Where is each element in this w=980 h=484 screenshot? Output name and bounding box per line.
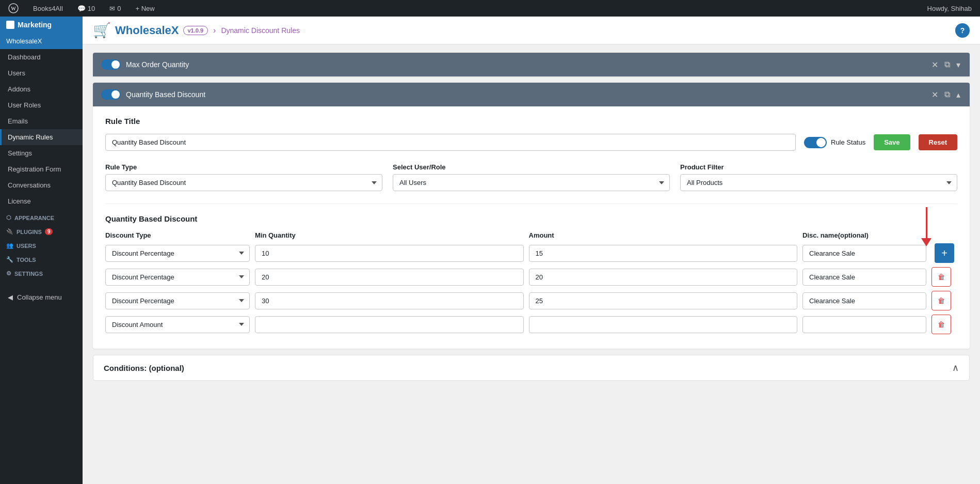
sidebar-item-registration-form[interactable]: Registration Form [0, 161, 83, 177]
wp-logo-icon: W [8, 3, 19, 13]
amount-input-1[interactable] [529, 245, 798, 262]
sidebar-item-user-roles[interactable]: User Roles [0, 97, 83, 113]
collapse-menu-item[interactable]: ◀ Collapse menu [0, 289, 83, 305]
max-order-title: Max Order Quantity [126, 60, 925, 69]
breadcrumb-link[interactable]: Dynamic Discount Rules [221, 26, 300, 35]
page-header: 🛒 WholesaleX v1.0.9 › Dynamic Discount R… [83, 17, 980, 44]
discount-section: Quantity Based Discount Discount Type Mi… [105, 204, 957, 334]
messages-item[interactable]: ✉ 0 [105, 0, 125, 17]
sidebar-item-dynamic-rules[interactable]: Dynamic Rules [0, 129, 83, 145]
sidebar: Marketing WholesaleX Dashboard Users Add… [0, 17, 83, 484]
discount-section-title: Quantity Based Discount [105, 214, 957, 223]
sidebar-item-addons[interactable]: Addons [0, 81, 83, 97]
collapse-arrow-icon: ◀ [8, 293, 13, 301]
messages-count: 0 [117, 5, 121, 12]
user-greeting[interactable]: Howdy, Shihab [923, 0, 976, 17]
version-badge: v1.0.9 [183, 26, 208, 35]
addons-label: Addons [8, 85, 30, 93]
quantity-delete-icon[interactable]: ✕ [930, 89, 939, 101]
user-role-select[interactable]: All Users Wholesale Customer [393, 174, 670, 191]
logo-text-main: Wholesale [115, 24, 171, 37]
quantity-discount-block: Quantity Based Discount ✕ ⧉ ▴ Rule Title… [93, 83, 970, 349]
message-icon: ✉ [109, 5, 115, 12]
add-row-button[interactable]: + [935, 243, 954, 263]
discount-headers: Discount Type Min Quantity Amount Disc. … [105, 231, 957, 239]
sidebar-item-settings[interactable]: Settings [0, 145, 83, 161]
discount-row-2: Discount Percentage Discount Amount 🗑 [105, 267, 957, 287]
max-order-toggle[interactable] [101, 59, 121, 70]
disc-name-input-1[interactable] [802, 245, 926, 262]
quantity-copy-icon[interactable]: ⧉ [943, 89, 951, 100]
arrow-head [921, 238, 931, 246]
site-name: Books4All [33, 5, 63, 12]
rule-status-toggle[interactable] [804, 137, 827, 148]
users-label: Users [8, 69, 25, 77]
rule-type-select[interactable]: Quantity Based Discount Simple Discount [105, 174, 382, 191]
disc-name-input-3[interactable] [802, 292, 926, 309]
brand-icon [6, 21, 14, 29]
sidebar-brand[interactable]: Marketing [0, 17, 83, 33]
product-filter-select[interactable]: All Products Specific Products [680, 174, 957, 191]
save-button[interactable]: Save [874, 134, 910, 150]
delete-row-button-2[interactable]: 🗑 [931, 267, 951, 287]
min-qty-input-2[interactable] [255, 269, 524, 286]
disc-name-input-2[interactable] [802, 269, 926, 286]
max-order-quantity-block: Max Order Quantity ✕ ⧉ ▾ [93, 53, 970, 76]
sidebar-item-license[interactable]: License [0, 193, 83, 209]
discount-type-select-4[interactable]: Discount Amount Discount Percentage [105, 316, 250, 333]
wp-logo-item[interactable]: W [4, 0, 23, 17]
quantity-discount-header-title: Quantity Based Discount [126, 90, 925, 99]
sidebar-item-conversations[interactable]: Conversations [0, 177, 83, 193]
user-role-label: Select User/Role [393, 163, 670, 171]
rule-title-section-label: Rule Title [105, 117, 957, 126]
discount-type-select-1[interactable]: Discount Percentage Discount Amount [105, 245, 250, 262]
emails-label: Emails [8, 117, 28, 125]
disc-name-input-4[interactable] [802, 316, 926, 333]
max-order-collapse-icon[interactable]: ▾ [955, 59, 961, 71]
rule-title-row: Rule Status Save Reset [105, 134, 957, 151]
dashboard-label: Dashboard [8, 53, 41, 61]
discount-type-select-3[interactable]: Discount Percentage Discount Amount [105, 292, 250, 309]
help-button[interactable]: ? [955, 23, 970, 38]
conversations-label: Conversations [8, 181, 51, 189]
appearance-section[interactable]: ⬡ Appearance [0, 209, 83, 223]
amount-input-2[interactable] [529, 269, 798, 286]
new-item[interactable]: + New [132, 0, 159, 17]
discount-name-header: Disc. name(optional) [802, 231, 926, 239]
max-order-copy-icon[interactable]: ⧉ [943, 59, 951, 70]
logo-text-accent: X [171, 24, 179, 37]
content-area: Max Order Quantity ✕ ⧉ ▾ Quantity Based … [83, 44, 980, 389]
sidebar-item-wholesalex[interactable]: WholesaleX [0, 33, 83, 49]
sidebar-item-users[interactable]: Users [0, 65, 83, 81]
min-qty-input-3[interactable] [255, 292, 524, 309]
discount-type-select-2[interactable]: Discount Percentage Discount Amount [105, 269, 250, 286]
discount-type-header: Discount Type [105, 231, 250, 239]
settings-wp-section[interactable]: ⚙ Settings [0, 265, 83, 279]
quantity-discount-toggle[interactable] [101, 89, 121, 100]
quantity-discount-body: Rule Title Rule Status Save Reset Rule T… [93, 106, 970, 349]
amount-input-4[interactable] [529, 316, 798, 333]
settings-label: Settings [8, 149, 32, 157]
comment-icon: 💬 [77, 5, 86, 12]
plugins-section[interactable]: 🔌 Plugins 9 [0, 223, 83, 237]
delete-row-button-4[interactable]: 🗑 [931, 315, 951, 334]
sidebar-item-emails[interactable]: Emails [0, 113, 83, 129]
rule-title-input[interactable] [105, 134, 796, 151]
rule-status-label: Rule Status [831, 138, 865, 146]
max-order-delete-icon[interactable]: ✕ [930, 59, 939, 71]
tools-section[interactable]: 🔧 Tools [0, 251, 83, 265]
min-qty-input-4[interactable] [255, 316, 524, 333]
reset-button[interactable]: Reset [919, 134, 957, 150]
delete-row-button-3[interactable]: 🗑 [931, 291, 951, 310]
logo-icon: 🛒 [93, 22, 111, 39]
sidebar-item-dashboard[interactable]: Dashboard [0, 49, 83, 65]
users-wp-section[interactable]: 👥 Users [0, 237, 83, 251]
site-name-item[interactable]: Books4All [29, 0, 67, 17]
comments-item[interactable]: 💬 10 [73, 0, 99, 17]
amount-input-3[interactable] [529, 292, 798, 309]
conditions-toggle-icon[interactable]: ∧ [952, 362, 959, 373]
rule-type-field: Rule Type Quantity Based Discount Simple… [105, 163, 382, 191]
new-label: + New [136, 5, 155, 12]
min-qty-input-1[interactable] [255, 245, 524, 262]
quantity-expand-icon[interactable]: ▴ [955, 89, 961, 101]
